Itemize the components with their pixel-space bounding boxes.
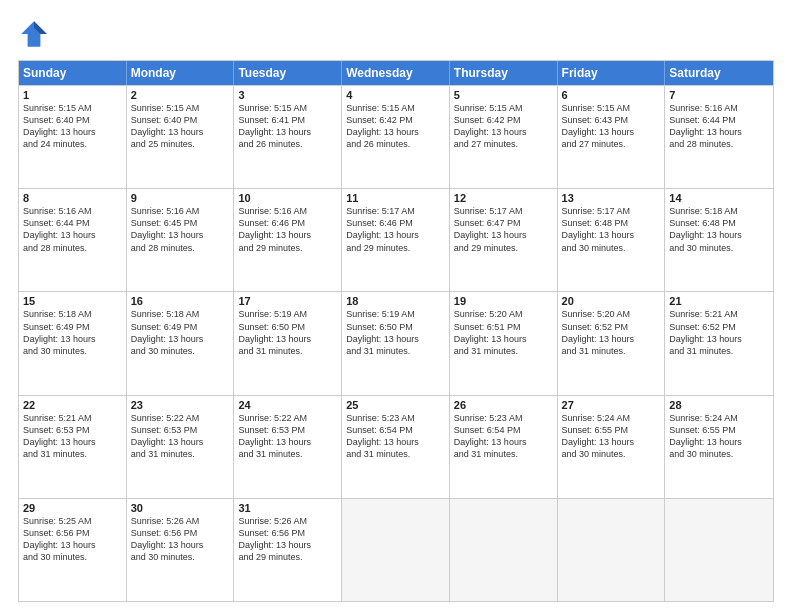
day-number: 10 bbox=[238, 192, 337, 204]
cell-info: Sunrise: 5:17 AM Sunset: 6:47 PM Dayligh… bbox=[454, 205, 553, 254]
calendar-cell: 19Sunrise: 5:20 AM Sunset: 6:51 PM Dayli… bbox=[450, 292, 558, 394]
calendar-cell: 23Sunrise: 5:22 AM Sunset: 6:53 PM Dayli… bbox=[127, 396, 235, 498]
cell-info: Sunrise: 5:22 AM Sunset: 6:53 PM Dayligh… bbox=[131, 412, 230, 461]
cell-info: Sunrise: 5:23 AM Sunset: 6:54 PM Dayligh… bbox=[346, 412, 445, 461]
cell-info: Sunrise: 5:15 AM Sunset: 6:40 PM Dayligh… bbox=[131, 102, 230, 151]
calendar-cell: 25Sunrise: 5:23 AM Sunset: 6:54 PM Dayli… bbox=[342, 396, 450, 498]
cell-info: Sunrise: 5:18 AM Sunset: 6:49 PM Dayligh… bbox=[131, 308, 230, 357]
calendar-week: 8Sunrise: 5:16 AM Sunset: 6:44 PM Daylig… bbox=[19, 188, 773, 291]
calendar-header-cell: Sunday bbox=[19, 61, 127, 85]
calendar-cell: 15Sunrise: 5:18 AM Sunset: 6:49 PM Dayli… bbox=[19, 292, 127, 394]
calendar-cell: 20Sunrise: 5:20 AM Sunset: 6:52 PM Dayli… bbox=[558, 292, 666, 394]
day-number: 9 bbox=[131, 192, 230, 204]
calendar-cell: 29Sunrise: 5:25 AM Sunset: 6:56 PM Dayli… bbox=[19, 499, 127, 601]
day-number: 19 bbox=[454, 295, 553, 307]
calendar-week: 15Sunrise: 5:18 AM Sunset: 6:49 PM Dayli… bbox=[19, 291, 773, 394]
calendar-cell: 17Sunrise: 5:19 AM Sunset: 6:50 PM Dayli… bbox=[234, 292, 342, 394]
calendar-cell: 24Sunrise: 5:22 AM Sunset: 6:53 PM Dayli… bbox=[234, 396, 342, 498]
header bbox=[18, 18, 774, 50]
day-number: 13 bbox=[562, 192, 661, 204]
calendar-cell: 10Sunrise: 5:16 AM Sunset: 6:46 PM Dayli… bbox=[234, 189, 342, 291]
calendar-cell: 4Sunrise: 5:15 AM Sunset: 6:42 PM Daylig… bbox=[342, 86, 450, 188]
cell-info: Sunrise: 5:15 AM Sunset: 6:42 PM Dayligh… bbox=[346, 102, 445, 151]
calendar-cell: 22Sunrise: 5:21 AM Sunset: 6:53 PM Dayli… bbox=[19, 396, 127, 498]
day-number: 7 bbox=[669, 89, 769, 101]
day-number: 17 bbox=[238, 295, 337, 307]
day-number: 15 bbox=[23, 295, 122, 307]
calendar-cell: 11Sunrise: 5:17 AM Sunset: 6:46 PM Dayli… bbox=[342, 189, 450, 291]
calendar-cell: 16Sunrise: 5:18 AM Sunset: 6:49 PM Dayli… bbox=[127, 292, 235, 394]
cell-info: Sunrise: 5:21 AM Sunset: 6:53 PM Dayligh… bbox=[23, 412, 122, 461]
cell-info: Sunrise: 5:19 AM Sunset: 6:50 PM Dayligh… bbox=[238, 308, 337, 357]
calendar-cell bbox=[665, 499, 773, 601]
calendar-week: 22Sunrise: 5:21 AM Sunset: 6:53 PM Dayli… bbox=[19, 395, 773, 498]
calendar-cell bbox=[342, 499, 450, 601]
calendar-cell: 13Sunrise: 5:17 AM Sunset: 6:48 PM Dayli… bbox=[558, 189, 666, 291]
cell-info: Sunrise: 5:18 AM Sunset: 6:49 PM Dayligh… bbox=[23, 308, 122, 357]
calendar: SundayMondayTuesdayWednesdayThursdayFrid… bbox=[18, 60, 774, 602]
day-number: 18 bbox=[346, 295, 445, 307]
day-number: 22 bbox=[23, 399, 122, 411]
cell-info: Sunrise: 5:15 AM Sunset: 6:41 PM Dayligh… bbox=[238, 102, 337, 151]
calendar-cell: 1Sunrise: 5:15 AM Sunset: 6:40 PM Daylig… bbox=[19, 86, 127, 188]
day-number: 20 bbox=[562, 295, 661, 307]
cell-info: Sunrise: 5:21 AM Sunset: 6:52 PM Dayligh… bbox=[669, 308, 769, 357]
calendar-cell: 28Sunrise: 5:24 AM Sunset: 6:55 PM Dayli… bbox=[665, 396, 773, 498]
cell-info: Sunrise: 5:20 AM Sunset: 6:52 PM Dayligh… bbox=[562, 308, 661, 357]
day-number: 26 bbox=[454, 399, 553, 411]
day-number: 5 bbox=[454, 89, 553, 101]
calendar-cell: 31Sunrise: 5:26 AM Sunset: 6:56 PM Dayli… bbox=[234, 499, 342, 601]
cell-info: Sunrise: 5:15 AM Sunset: 6:40 PM Dayligh… bbox=[23, 102, 122, 151]
calendar-cell: 2Sunrise: 5:15 AM Sunset: 6:40 PM Daylig… bbox=[127, 86, 235, 188]
day-number: 30 bbox=[131, 502, 230, 514]
calendar-cell: 26Sunrise: 5:23 AM Sunset: 6:54 PM Dayli… bbox=[450, 396, 558, 498]
calendar-cell bbox=[450, 499, 558, 601]
cell-info: Sunrise: 5:16 AM Sunset: 6:45 PM Dayligh… bbox=[131, 205, 230, 254]
calendar-cell: 14Sunrise: 5:18 AM Sunset: 6:48 PM Dayli… bbox=[665, 189, 773, 291]
calendar-header-cell: Wednesday bbox=[342, 61, 450, 85]
day-number: 2 bbox=[131, 89, 230, 101]
calendar-week: 29Sunrise: 5:25 AM Sunset: 6:56 PM Dayli… bbox=[19, 498, 773, 601]
day-number: 27 bbox=[562, 399, 661, 411]
calendar-cell: 9Sunrise: 5:16 AM Sunset: 6:45 PM Daylig… bbox=[127, 189, 235, 291]
calendar-header-row: SundayMondayTuesdayWednesdayThursdayFrid… bbox=[19, 61, 773, 85]
logo bbox=[18, 18, 56, 50]
calendar-cell: 18Sunrise: 5:19 AM Sunset: 6:50 PM Dayli… bbox=[342, 292, 450, 394]
day-number: 6 bbox=[562, 89, 661, 101]
cell-info: Sunrise: 5:18 AM Sunset: 6:48 PM Dayligh… bbox=[669, 205, 769, 254]
day-number: 29 bbox=[23, 502, 122, 514]
day-number: 8 bbox=[23, 192, 122, 204]
cell-info: Sunrise: 5:17 AM Sunset: 6:48 PM Dayligh… bbox=[562, 205, 661, 254]
cell-info: Sunrise: 5:24 AM Sunset: 6:55 PM Dayligh… bbox=[669, 412, 769, 461]
page: SundayMondayTuesdayWednesdayThursdayFrid… bbox=[0, 0, 792, 612]
calendar-header-cell: Tuesday bbox=[234, 61, 342, 85]
calendar-cell: 3Sunrise: 5:15 AM Sunset: 6:41 PM Daylig… bbox=[234, 86, 342, 188]
day-number: 23 bbox=[131, 399, 230, 411]
day-number: 12 bbox=[454, 192, 553, 204]
cell-info: Sunrise: 5:20 AM Sunset: 6:51 PM Dayligh… bbox=[454, 308, 553, 357]
calendar-cell: 8Sunrise: 5:16 AM Sunset: 6:44 PM Daylig… bbox=[19, 189, 127, 291]
day-number: 31 bbox=[238, 502, 337, 514]
day-number: 1 bbox=[23, 89, 122, 101]
day-number: 24 bbox=[238, 399, 337, 411]
calendar-header-cell: Saturday bbox=[665, 61, 773, 85]
cell-info: Sunrise: 5:16 AM Sunset: 6:44 PM Dayligh… bbox=[669, 102, 769, 151]
cell-info: Sunrise: 5:16 AM Sunset: 6:44 PM Dayligh… bbox=[23, 205, 122, 254]
day-number: 14 bbox=[669, 192, 769, 204]
logo-icon bbox=[18, 18, 50, 50]
cell-info: Sunrise: 5:22 AM Sunset: 6:53 PM Dayligh… bbox=[238, 412, 337, 461]
day-number: 28 bbox=[669, 399, 769, 411]
calendar-header-cell: Monday bbox=[127, 61, 235, 85]
calendar-cell: 7Sunrise: 5:16 AM Sunset: 6:44 PM Daylig… bbox=[665, 86, 773, 188]
day-number: 11 bbox=[346, 192, 445, 204]
cell-info: Sunrise: 5:15 AM Sunset: 6:43 PM Dayligh… bbox=[562, 102, 661, 151]
calendar-week: 1Sunrise: 5:15 AM Sunset: 6:40 PM Daylig… bbox=[19, 85, 773, 188]
cell-info: Sunrise: 5:24 AM Sunset: 6:55 PM Dayligh… bbox=[562, 412, 661, 461]
calendar-body: 1Sunrise: 5:15 AM Sunset: 6:40 PM Daylig… bbox=[19, 85, 773, 601]
cell-info: Sunrise: 5:17 AM Sunset: 6:46 PM Dayligh… bbox=[346, 205, 445, 254]
day-number: 4 bbox=[346, 89, 445, 101]
cell-info: Sunrise: 5:25 AM Sunset: 6:56 PM Dayligh… bbox=[23, 515, 122, 564]
cell-info: Sunrise: 5:15 AM Sunset: 6:42 PM Dayligh… bbox=[454, 102, 553, 151]
cell-info: Sunrise: 5:19 AM Sunset: 6:50 PM Dayligh… bbox=[346, 308, 445, 357]
day-number: 3 bbox=[238, 89, 337, 101]
